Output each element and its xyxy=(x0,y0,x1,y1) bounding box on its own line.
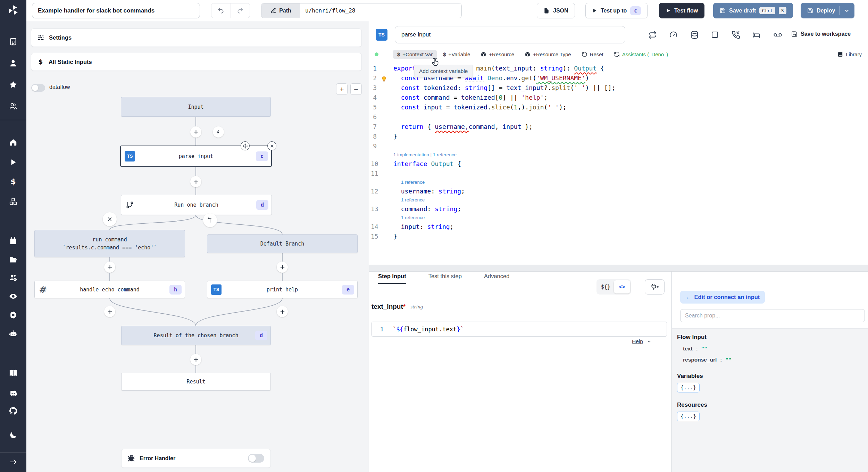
flow-title-input[interactable] xyxy=(32,3,200,18)
tab-test-this-step[interactable]: Test this step xyxy=(428,272,462,284)
delete-step-button[interactable] xyxy=(267,141,276,150)
node-result[interactable]: Result xyxy=(121,373,271,391)
save-draft-button[interactable]: Save draft Ctrl S xyxy=(713,3,793,18)
add-resource-type-button[interactable]: +Resource Type xyxy=(525,51,571,57)
zoom-in-button[interactable]: + xyxy=(336,83,348,95)
code-line[interactable]: 7 return { username,command, input }; xyxy=(369,123,868,133)
code-mode-button[interactable]: <> xyxy=(614,280,630,293)
retries-repeat-icon[interactable] xyxy=(648,31,657,39)
add-step-button[interactable] xyxy=(277,262,288,273)
node-run-one-branch[interactable]: Run one branch d xyxy=(121,195,272,215)
add-context-var-button[interactable]: $ +Context Var xyxy=(393,50,437,59)
add-trigger-button[interactable] xyxy=(213,126,224,138)
error-handler-card[interactable]: Error Handler xyxy=(121,449,271,468)
tab-step-input[interactable]: Step Input xyxy=(378,272,406,284)
test-flow-button[interactable]: Test flow xyxy=(659,3,704,18)
panel-resize-handle[interactable] xyxy=(369,265,868,272)
codelens-link[interactable]: 1 reference xyxy=(369,180,868,188)
settings-gear-icon[interactable] xyxy=(9,310,18,320)
all-static-inputs-button[interactable]: $ All Static Inputs xyxy=(31,53,362,71)
add-resource-button[interactable]: +Resource xyxy=(481,51,514,57)
code-line[interactable]: 14 input: string; xyxy=(369,223,868,233)
early-stop-square-icon[interactable] xyxy=(711,31,719,39)
cache-database-icon[interactable] xyxy=(690,31,699,39)
windmill-logo[interactable] xyxy=(7,4,19,16)
code-line[interactable]: 8} xyxy=(369,133,868,142)
interpolation-mode-button[interactable]: ${} xyxy=(598,280,614,293)
add-step-button[interactable] xyxy=(104,306,115,317)
edit-or-connect-input-button[interactable]: ← Edit or connect an input xyxy=(680,291,765,304)
add-branch-button[interactable] xyxy=(203,213,217,227)
prop-row-response-url[interactable]: response_url : "" xyxy=(683,357,868,363)
add-step-button[interactable] xyxy=(190,126,201,138)
groups-icon[interactable] xyxy=(9,102,18,111)
redo-button[interactable] xyxy=(231,3,250,18)
expand-arrow-right-icon[interactable] xyxy=(9,457,18,466)
zoom-out-button[interactable]: − xyxy=(350,83,362,95)
codelens-link[interactable]: 1 reference xyxy=(369,215,868,223)
path-input[interactable] xyxy=(300,3,461,18)
resources-boxes-icon[interactable] xyxy=(9,197,18,206)
node-default-branch[interactable]: Default Branch xyxy=(207,234,358,253)
help-link[interactable]: Help xyxy=(632,338,652,345)
move-step-button[interactable] xyxy=(241,141,250,150)
code-line[interactable]: 15} xyxy=(369,233,868,242)
codelens-link[interactable]: 1 reference xyxy=(369,197,868,205)
add-step-button[interactable] xyxy=(277,306,288,317)
code-line[interactable]: 10interface Output { xyxy=(369,160,868,170)
step-name-input[interactable] xyxy=(395,26,625,43)
favorites-star-icon[interactable] xyxy=(9,80,18,89)
code-line[interactable]: 5 const input = tokenized.slice(1,).join… xyxy=(369,103,868,113)
discord-icon[interactable] xyxy=(9,389,18,398)
code-lines[interactable]: 1export async function main(text_input: … xyxy=(369,60,868,265)
undo-button[interactable] xyxy=(211,3,231,18)
dark-mode-moon-icon[interactable] xyxy=(9,431,18,440)
docs-book-icon[interactable] xyxy=(9,369,18,378)
json-button[interactable]: JSON xyxy=(537,3,575,18)
node-result-of-chosen-branch[interactable]: Result of the chosen branch d xyxy=(121,326,271,345)
resources-object-chip[interactable]: {...} xyxy=(677,412,700,421)
home-icon[interactable] xyxy=(9,138,18,147)
variables-dollar-icon[interactable]: $ xyxy=(9,177,18,186)
schedules-calendar-icon[interactable] xyxy=(9,236,18,245)
connect-input-plug-button[interactable] xyxy=(645,279,665,295)
library-button[interactable]: Library xyxy=(837,51,862,57)
deploy-button[interactable]: Deploy xyxy=(801,3,854,18)
sleep-bed-icon[interactable] xyxy=(752,31,761,39)
workspace-icon[interactable] xyxy=(9,37,18,46)
chevron-down-icon[interactable] xyxy=(844,8,850,14)
code-line[interactable]: 12 username: string; xyxy=(369,188,868,197)
mock-voicemail-icon[interactable] xyxy=(773,31,782,40)
node-input[interactable]: Input xyxy=(121,97,271,117)
reset-button[interactable]: Reset xyxy=(582,51,603,57)
concurrency-gauge-icon[interactable] xyxy=(669,31,678,39)
code-line[interactable]: 3 const tokenized: string[] = text_input… xyxy=(369,84,868,94)
code-line[interactable]: 4 const command = tokenized[0] || 'help'… xyxy=(369,94,868,103)
add-variable-button[interactable]: $ +Variable xyxy=(443,51,470,57)
add-step-button[interactable] xyxy=(190,176,201,187)
tab-advanced[interactable]: Advanced xyxy=(484,272,509,284)
assistants-button[interactable]: Assistants (Deno) xyxy=(614,51,668,57)
save-to-workspace-button[interactable]: Save to workspace xyxy=(791,31,851,37)
variables-object-chip[interactable]: {...} xyxy=(677,383,700,392)
path-label[interactable]: Path xyxy=(261,3,300,18)
code-line[interactable]: 11 xyxy=(369,170,868,180)
search-prop-input[interactable] xyxy=(680,309,865,322)
add-step-button[interactable] xyxy=(104,262,115,273)
runs-play-icon[interactable] xyxy=(9,158,18,167)
code-line[interactable]: 13 command: string; xyxy=(369,205,868,215)
remove-branch-button[interactable] xyxy=(103,212,117,226)
audit-eye-icon[interactable] xyxy=(9,292,18,301)
folders-icon[interactable] xyxy=(9,255,18,264)
error-handler-toggle[interactable] xyxy=(248,454,264,463)
lightbulb-icon[interactable] xyxy=(381,76,387,83)
node-run-command-branch[interactable]: run command `results.c.command === 'echo… xyxy=(34,230,185,257)
code-line[interactable]: 9 xyxy=(369,142,868,152)
suspend-phone-incoming-icon[interactable] xyxy=(732,31,740,39)
expression-editor[interactable]: 1 `${flow_input.text}` xyxy=(372,322,667,337)
node-handle-echo-command[interactable]: # handle echo command h xyxy=(34,281,185,298)
test-up-to-button[interactable]: Test up to c xyxy=(585,3,648,18)
prop-row-text[interactable]: text : "" xyxy=(683,346,868,352)
node-parse-input[interactable]: TS parse input c xyxy=(120,146,272,167)
codelens-link[interactable]: 1 implementation | 1 reference xyxy=(369,152,868,160)
